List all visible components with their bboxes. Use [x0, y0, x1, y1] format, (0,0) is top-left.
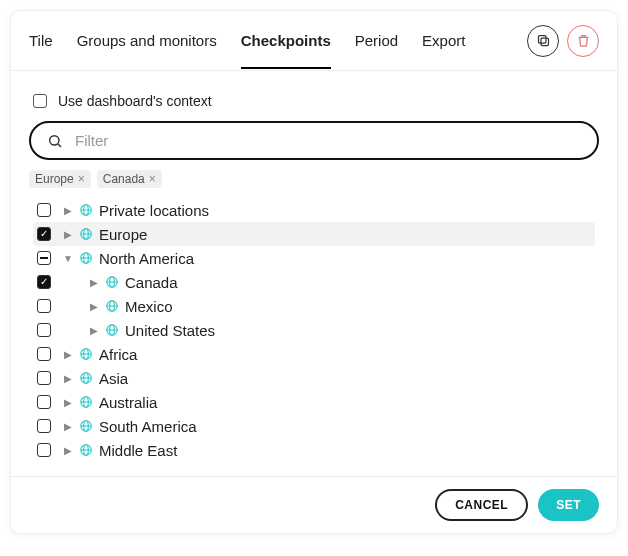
- svg-rect-0: [541, 38, 549, 46]
- chip-remove-icon[interactable]: ×: [149, 172, 156, 186]
- tree-label: Asia: [99, 370, 128, 387]
- tab-export[interactable]: Export: [422, 12, 465, 69]
- use-context-label: Use dashboard's context: [58, 93, 212, 109]
- chevron-right-icon[interactable]: ▶: [63, 421, 73, 432]
- tree-row[interactable]: ▶United States: [33, 318, 595, 342]
- chip-remove-icon[interactable]: ×: [78, 172, 85, 186]
- chevron-right-icon[interactable]: ▶: [63, 349, 73, 360]
- globe-icon: [79, 395, 93, 409]
- chevron-right-icon[interactable]: ▶: [63, 397, 73, 408]
- globe-icon: [79, 251, 93, 265]
- use-context-checkbox[interactable]: [33, 94, 47, 108]
- chevron-down-icon[interactable]: ▼: [63, 253, 73, 264]
- tree-label: South America: [99, 418, 197, 435]
- tree-checkbox[interactable]: [37, 419, 51, 433]
- tree-checkbox[interactable]: [37, 395, 51, 409]
- filter-input[interactable]: [73, 131, 581, 150]
- checkpoint-tree: ▶Private locations✓▶Europe▼North America…: [29, 196, 599, 464]
- globe-icon: [105, 299, 119, 313]
- tree-label: Australia: [99, 394, 157, 411]
- use-context-row[interactable]: Use dashboard's context: [29, 91, 599, 111]
- tree-label: United States: [125, 322, 215, 339]
- dialog-body: Use dashboard's context Europe × Canada …: [11, 71, 617, 476]
- dialog: Tile Groups and monitors Checkpoints Per…: [10, 10, 618, 534]
- chevron-right-icon[interactable]: ▶: [63, 445, 73, 456]
- svg-point-2: [50, 135, 59, 144]
- tree-checkbox[interactable]: [37, 371, 51, 385]
- cancel-button[interactable]: CANCEL: [435, 489, 528, 521]
- svg-rect-1: [538, 36, 546, 44]
- globe-icon: [79, 371, 93, 385]
- filter-field[interactable]: [29, 121, 599, 160]
- tree-label: Europe: [99, 226, 147, 243]
- tree-row[interactable]: ✓▶Europe: [33, 222, 595, 246]
- copy-icon: [536, 33, 551, 48]
- tree-label: Canada: [125, 274, 178, 291]
- filter-chip[interactable]: Canada ×: [97, 170, 162, 188]
- dialog-footer: CANCEL SET: [11, 476, 617, 533]
- tree-row[interactable]: ▶Australia: [33, 390, 595, 414]
- globe-icon: [105, 323, 119, 337]
- chevron-right-icon[interactable]: ▶: [63, 229, 73, 240]
- tree-checkbox[interactable]: [37, 443, 51, 457]
- chevron-right-icon[interactable]: ▶: [89, 301, 99, 312]
- delete-button[interactable]: [567, 25, 599, 57]
- tab-period[interactable]: Period: [355, 12, 398, 69]
- search-icon: [47, 133, 63, 149]
- chevron-right-icon[interactable]: ▶: [63, 373, 73, 384]
- globe-icon: [79, 227, 93, 241]
- svg-line-3: [58, 144, 61, 147]
- chip-label: Canada: [103, 172, 145, 186]
- tree-checkbox[interactable]: ✓: [37, 275, 51, 289]
- tree-row[interactable]: ▶Asia: [33, 366, 595, 390]
- tree-checkbox[interactable]: [37, 323, 51, 337]
- tab-tile[interactable]: Tile: [29, 12, 53, 69]
- tree-checkbox[interactable]: ✓: [37, 227, 51, 241]
- filter-chips: Europe × Canada ×: [29, 168, 599, 196]
- tree-row[interactable]: ✓▶Canada: [33, 270, 595, 294]
- tree-label: Private locations: [99, 202, 209, 219]
- tree-label: Africa: [99, 346, 137, 363]
- globe-icon: [79, 443, 93, 457]
- tabs-bar: Tile Groups and monitors Checkpoints Per…: [11, 11, 617, 71]
- tree-checkbox[interactable]: [37, 251, 51, 265]
- trash-icon: [576, 33, 591, 48]
- globe-icon: [79, 419, 93, 433]
- chevron-right-icon[interactable]: ▶: [89, 277, 99, 288]
- globe-icon: [79, 347, 93, 361]
- tree-row[interactable]: ▶Mexico: [33, 294, 595, 318]
- tree-row[interactable]: ▶Africa: [33, 342, 595, 366]
- globe-icon: [105, 275, 119, 289]
- tree-row[interactable]: ▶Middle East: [33, 438, 595, 462]
- tree-checkbox[interactable]: [37, 203, 51, 217]
- chip-label: Europe: [35, 172, 74, 186]
- tree-label: Mexico: [125, 298, 173, 315]
- tab-groups-and-monitors[interactable]: Groups and monitors: [77, 12, 217, 69]
- chevron-right-icon[interactable]: ▶: [63, 205, 73, 216]
- globe-icon: [79, 203, 93, 217]
- tree-checkbox[interactable]: [37, 347, 51, 361]
- tree-row[interactable]: ▶Private locations: [33, 198, 595, 222]
- tree-checkbox[interactable]: [37, 299, 51, 313]
- chevron-right-icon[interactable]: ▶: [89, 325, 99, 336]
- tab-checkpoints[interactable]: Checkpoints: [241, 12, 331, 69]
- tree-row[interactable]: ▶South America: [33, 414, 595, 438]
- tree-row[interactable]: ▼North America: [33, 246, 595, 270]
- tree-label: North America: [99, 250, 194, 267]
- duplicate-button[interactable]: [527, 25, 559, 57]
- tree-label: Middle East: [99, 442, 177, 459]
- tabs: Tile Groups and monitors Checkpoints Per…: [29, 12, 519, 69]
- set-button[interactable]: SET: [538, 489, 599, 521]
- filter-chip[interactable]: Europe ×: [29, 170, 91, 188]
